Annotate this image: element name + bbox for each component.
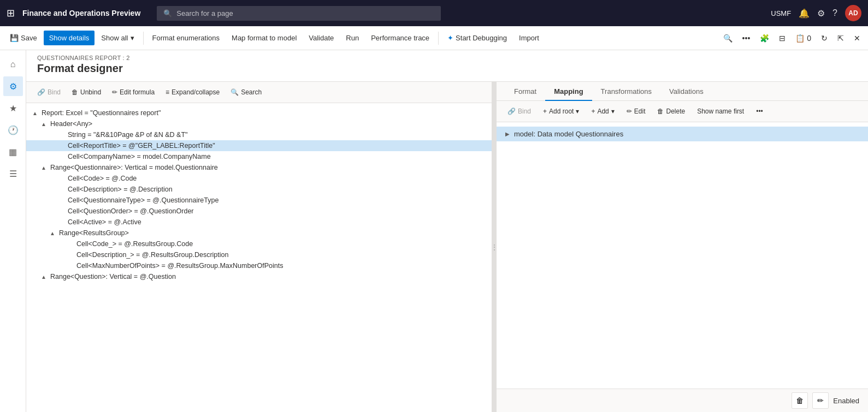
- tree-item[interactable]: Cell<Active> = @.Active: [26, 217, 492, 228]
- trash-icon: 🗑: [72, 88, 78, 96]
- settings-icon[interactable]: ⚙: [817, 8, 825, 19]
- search-toolbar-icon[interactable]: 🔍: [720, 31, 736, 46]
- more-options-icon[interactable]: •••: [739, 31, 754, 46]
- map-format-to-model-button[interactable]: Map format to model: [226, 31, 302, 45]
- save-icon: 💾: [10, 34, 19, 42]
- tree-item[interactable]: Cell<QuestionOrder> = @.QuestionOrder: [26, 206, 492, 217]
- tree-item[interactable]: String = "&R&10Page &P of &N &D &T": [26, 129, 492, 140]
- mapping-tree: ▶ model: Data model Questionnaires: [497, 122, 868, 389]
- chevron-down-icon: ▾: [611, 108, 615, 115]
- mapping-panel: Format Mapping Transformations Validatio…: [497, 82, 868, 412]
- badge-count: 0: [807, 34, 811, 43]
- format-panel-toolbar: 🔗 Bind 🗑 Unbind ✏ Edit formula ≡ Expand/…: [26, 82, 492, 103]
- tab-format[interactable]: Format: [505, 82, 545, 101]
- main-layout: ⌂ ⚙ ★ 🕐 ▦ ☰ QUESTIONNAIRES REPORT : 2 Fo…: [0, 50, 868, 412]
- tree-toggle[interactable]: ▲: [39, 121, 48, 127]
- tree-item[interactable]: Cell<Description_> = @.ResultsGroup.Desc…: [26, 249, 492, 260]
- debug-icon: ✦: [447, 34, 453, 42]
- tree-item[interactable]: Cell<Code_> = @.ResultsGroup.Code: [26, 238, 492, 249]
- tree-item[interactable]: Cell<QuestionnaireType> = @.Questionnair…: [26, 195, 492, 206]
- mapping-tabs: Format Mapping Transformations Validatio…: [497, 82, 868, 101]
- popout-icon[interactable]: ⇱: [834, 31, 847, 46]
- help-icon[interactable]: ?: [832, 8, 837, 18]
- more-options-button[interactable]: •••: [752, 105, 767, 117]
- delete-icon-button[interactable]: 🗑: [792, 392, 808, 409]
- show-details-button[interactable]: Show details: [44, 31, 95, 45]
- tree-item[interactable]: ▲ Range<Question>: Vertical = @.Question: [26, 271, 492, 282]
- edit-button[interactable]: ✏ Edit: [622, 105, 650, 117]
- status-badge: Enabled: [833, 397, 859, 405]
- format-panel: 🔗 Bind 🗑 Unbind ✏ Edit formula ≡ Expand/…: [26, 82, 492, 412]
- global-search-input[interactable]: [176, 9, 434, 17]
- tree-item[interactable]: ▲ Range<ResultsGroup>: [26, 228, 492, 238]
- global-search-bar[interactable]: 🔍: [157, 6, 441, 21]
- sidebar-item-filter[interactable]: ⚙: [3, 76, 23, 96]
- chevron-down-icon: ▾: [576, 108, 579, 115]
- tree-item[interactable]: Cell<CompanyName> = model.CompanyName: [26, 151, 492, 162]
- trash-icon: 🗑: [796, 396, 804, 405]
- format-enumerations-button[interactable]: Format enumerations: [147, 31, 226, 45]
- sidebar-item-list[interactable]: ☰: [3, 164, 23, 183]
- bind-button[interactable]: 🔗 Bind: [33, 86, 65, 98]
- app-grid-icon[interactable]: ⊞: [7, 7, 15, 19]
- chevron-down-icon: ▾: [131, 34, 134, 42]
- user-label: USMF: [771, 9, 791, 17]
- unbind-button[interactable]: 🗑 Unbind: [67, 86, 105, 98]
- performance-trace-button[interactable]: Performance trace: [365, 31, 435, 45]
- layout-icon[interactable]: ⊟: [776, 31, 789, 46]
- add-icon: +: [543, 108, 547, 115]
- delete-button[interactable]: 🗑 Delete: [653, 105, 689, 117]
- tree-toggle[interactable]: ▲: [48, 230, 57, 236]
- puzzle-icon[interactable]: 🧩: [757, 31, 772, 46]
- expand-collapse-button[interactable]: ≡ Expand/collapse: [161, 86, 224, 98]
- mapping-toolbar: 🔗 Bind + Add root ▾ + Add ▾ ✏: [497, 101, 868, 122]
- format-tree: ▲ Report: Excel = "Questionnaires report…: [26, 103, 492, 412]
- tree-item[interactable]: Cell<Code> = @.Code: [26, 173, 492, 184]
- tree-item-selected[interactable]: Cell<ReportTitle> = @"GER_LABEL:ReportTi…: [26, 140, 492, 151]
- panel-splitter[interactable]: [492, 82, 497, 412]
- add-root-button[interactable]: + Add root ▾: [539, 105, 583, 117]
- tab-transformations[interactable]: Transformations: [592, 82, 660, 101]
- tab-validations[interactable]: Validations: [660, 82, 712, 101]
- sidebar-item-recent[interactable]: 🕐: [3, 120, 23, 140]
- sidebar-item-workspace[interactable]: ▦: [3, 142, 23, 162]
- tab-mapping[interactable]: Mapping: [545, 82, 592, 101]
- sidebar-item-home[interactable]: ⌂: [3, 55, 23, 74]
- trash-icon: 🗑: [657, 108, 664, 115]
- expand-icon: ≡: [166, 88, 169, 96]
- badge-icon[interactable]: 📋 0: [792, 31, 814, 46]
- edit-formula-button[interactable]: ✏ Edit formula: [108, 86, 159, 98]
- breadcrumb: QUESTIONNAIRES REPORT : 2: [37, 55, 857, 61]
- command-bar: 💾 Save Show details Show all ▾ Format en…: [0, 26, 868, 50]
- add-button[interactable]: + Add ▾: [587, 105, 618, 117]
- search-button[interactable]: 🔍 Search: [226, 86, 266, 98]
- add-icon: +: [591, 108, 595, 115]
- edit-icon: ✏: [112, 88, 117, 96]
- show-name-first-button[interactable]: Show name first: [693, 105, 748, 117]
- close-icon[interactable]: ✕: [851, 31, 864, 46]
- tree-toggle[interactable]: ▲: [39, 274, 48, 280]
- link-icon: 🔗: [507, 108, 516, 115]
- show-all-button[interactable]: Show all ▾: [96, 31, 139, 45]
- run-button[interactable]: Run: [340, 31, 364, 45]
- separator: [143, 32, 144, 45]
- save-button[interactable]: 💾 Save: [4, 31, 43, 45]
- start-debugging-button[interactable]: ✦ Start Debugging: [442, 31, 512, 45]
- mapping-toggle[interactable]: ▶: [503, 131, 512, 137]
- avatar[interactable]: AD: [845, 5, 861, 21]
- import-button[interactable]: Import: [513, 31, 545, 45]
- tree-toggle[interactable]: ▲: [39, 165, 48, 171]
- validate-button[interactable]: Validate: [303, 31, 339, 45]
- tree-item[interactable]: Cell<MaxNumberOfPoints> = @.ResultsGroup…: [26, 260, 492, 271]
- tree-item[interactable]: ▲ Range<Questionnaire>: Vertical = model…: [26, 162, 492, 173]
- tree-toggle[interactable]: ▲: [31, 110, 39, 116]
- tree-item[interactable]: Cell<Description> = @.Description: [26, 184, 492, 195]
- edit-icon-button[interactable]: ✏: [812, 392, 829, 409]
- refresh-icon[interactable]: ↻: [818, 31, 831, 46]
- map-item-selected[interactable]: ▶ model: Data model Questionnaires: [497, 127, 868, 141]
- mapping-bind-button[interactable]: 🔗 Bind: [503, 105, 535, 117]
- tree-item[interactable]: ▲ Header<Any>: [26, 118, 492, 129]
- tree-item[interactable]: ▲ Report: Excel = "Questionnaires report…: [26, 108, 492, 118]
- notification-icon[interactable]: 🔔: [799, 8, 810, 19]
- sidebar-item-favorite[interactable]: ★: [3, 98, 23, 118]
